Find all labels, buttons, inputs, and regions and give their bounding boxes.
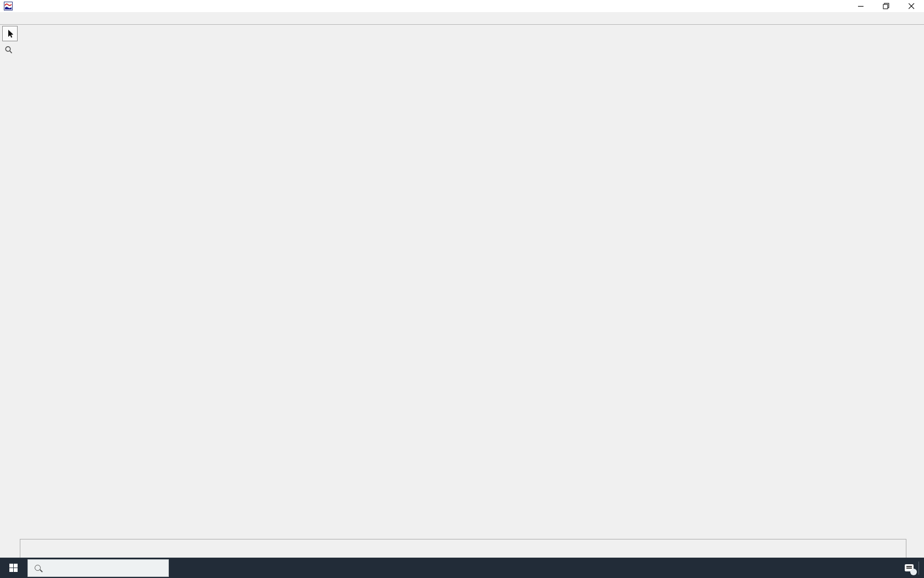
taskbar: [0, 558, 924, 578]
title-bar[interactable]: [0, 0, 924, 12]
notification-badge: [910, 569, 917, 575]
language-indicator[interactable]: [878, 558, 891, 578]
search-icon: [35, 565, 41, 571]
magnifier-icon: [4, 46, 13, 54]
outflow-chart: [53, 225, 901, 504]
show-desktop-button[interactable]: [919, 558, 924, 578]
arrow-cursor-icon: [6, 29, 14, 39]
legend-box: [20, 539, 906, 558]
pointer-tool-button[interactable]: [2, 26, 18, 41]
system-tray: [878, 558, 924, 578]
taskbar-search-input[interactable]: [28, 559, 169, 577]
start-button[interactable]: [0, 558, 26, 578]
precipitation-chart: [53, 51, 901, 223]
app-window: [0, 0, 924, 578]
notification-center-button[interactable]: [901, 558, 917, 578]
minimize-button[interactable]: [848, 0, 873, 12]
windows-logo-icon: [9, 564, 18, 572]
menu-bar: [0, 12, 924, 25]
menu-file[interactable]: [1, 12, 9, 24]
zoom-tool-button[interactable]: [3, 44, 15, 56]
menu-view[interactable]: [34, 12, 42, 24]
close-button[interactable]: [899, 0, 924, 12]
hms-logo-icon: [4, 2, 13, 10]
menu-edit[interactable]: [16, 12, 24, 24]
restore-button[interactable]: [873, 0, 899, 12]
